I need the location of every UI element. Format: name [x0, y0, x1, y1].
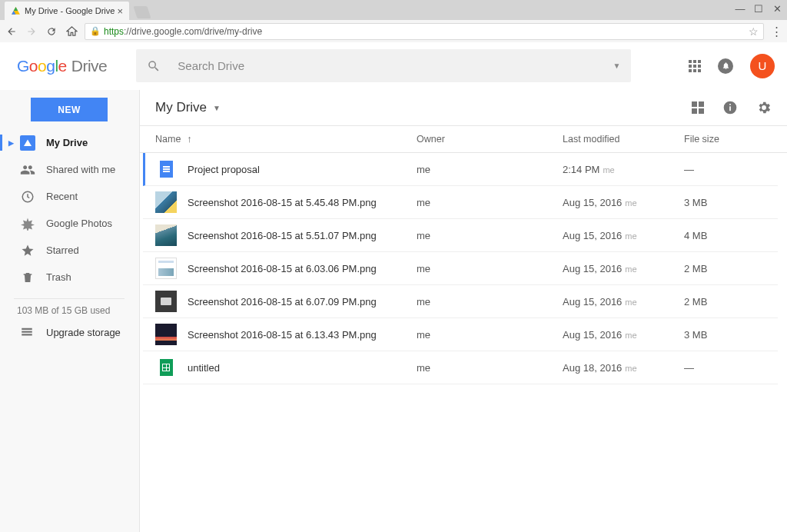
sidebar-item-my-drive[interactable]: ▶ My Drive — [0, 129, 138, 156]
maximize-icon[interactable]: ☐ — [753, 3, 764, 15]
home-button[interactable] — [65, 25, 78, 38]
file-owner: me — [417, 197, 563, 208]
account-avatar[interactable]: U — [750, 54, 775, 78]
sidebar-item-photos[interactable]: Google Photos — [0, 210, 138, 237]
file-owner: me — [417, 362, 563, 374]
new-tab-button[interactable] — [133, 6, 151, 18]
sidebar-label: My Drive — [46, 137, 88, 148]
file-row[interactable]: Screenshot 2016-08-15 at 5.51.07 PM.pngm… — [143, 219, 778, 252]
view-grid-icon[interactable] — [692, 101, 704, 114]
reload-button[interactable] — [45, 25, 58, 38]
file-thumbnail — [155, 357, 177, 378]
breadcrumb-dropdown-icon: ▼ — [213, 104, 221, 112]
star-icon — [20, 244, 35, 258]
expand-icon[interactable]: ▶ — [8, 139, 14, 147]
column-name[interactable]: Name ↑ — [155, 134, 417, 145]
forward-button[interactable] — [25, 25, 38, 38]
file-size: 3 MB — [684, 329, 707, 341]
file-modified: Aug 15, 2016me — [563, 296, 684, 308]
file-row[interactable]: untitledmeAug 18, 2016me— — [143, 351, 778, 384]
file-name: Screenshot 2016-08-15 at 6.07.09 PM.png — [188, 296, 417, 308]
sidebar-label: Google Photos — [46, 218, 112, 229]
file-name: Screenshot 2016-08-15 at 6.13.43 PM.png — [188, 329, 417, 341]
file-modified: Aug 18, 2016me — [563, 362, 684, 374]
file-row[interactable]: Screenshot 2016-08-15 at 6.07.09 PM.pngm… — [143, 285, 778, 318]
file-name: Screenshot 2016-08-15 at 5.45.48 PM.png — [188, 197, 417, 208]
file-owner: me — [417, 263, 563, 274]
file-modified: Aug 15, 2016me — [563, 263, 684, 274]
file-modified: Aug 15, 2016me — [563, 230, 684, 241]
file-size: — — [684, 362, 694, 374]
column-headers: Name ↑ Owner Last modified File size — [140, 126, 787, 153]
google-drive-logo[interactable]: Google Drive — [17, 57, 107, 75]
close-window-icon[interactable]: ✕ — [772, 3, 782, 15]
breadcrumb[interactable]: My Drive ▼ — [155, 100, 221, 115]
photos-icon — [20, 217, 35, 231]
file-modified: Aug 15, 2016me — [563, 329, 684, 341]
file-name: Screenshot 2016-08-15 at 5.51.07 PM.png — [188, 230, 417, 241]
apps-icon[interactable] — [689, 60, 701, 72]
new-button[interactable]: NEW — [31, 98, 108, 121]
file-thumbnail — [155, 291, 177, 312]
url-field[interactable]: 🔒 https://drive.google.com/drive/my-driv… — [85, 23, 764, 40]
sidebar-label: Trash — [46, 271, 71, 283]
notifications-icon[interactable] — [718, 58, 733, 74]
file-row[interactable]: Screenshot 2016-08-15 at 6.13.43 PM.pngm… — [143, 318, 778, 351]
file-name: Project proposal — [188, 164, 417, 175]
file-name: Screenshot 2016-08-15 at 6.03.06 PM.png — [188, 263, 417, 274]
file-thumbnail — [155, 258, 177, 279]
gear-icon[interactable] — [756, 100, 772, 115]
storage-usage-text: 103 MB of 15 GB used — [0, 305, 138, 316]
browser-menu-icon[interactable]: ⋮ — [770, 25, 782, 38]
search-dropdown-icon[interactable]: ▼ — [613, 62, 620, 70]
tab-title: My Drive - Google Drive — [25, 6, 115, 15]
app-header: Google Drive Search Drive ▼ U — [0, 42, 787, 90]
file-thumbnail — [155, 224, 177, 246]
svg-rect-5 — [22, 328, 32, 330]
column-owner[interactable]: Owner — [417, 134, 563, 145]
sidebar-item-shared[interactable]: Shared with me — [0, 156, 138, 183]
info-icon[interactable] — [722, 100, 738, 115]
svg-marker-1 — [14, 7, 18, 11]
file-owner: me — [417, 164, 563, 175]
sidebar-label: Recent — [46, 191, 78, 202]
sidebar-item-recent[interactable]: Recent — [0, 183, 138, 210]
file-row[interactable]: Screenshot 2016-08-15 at 5.45.48 PM.pngm… — [143, 186, 778, 219]
file-size: — — [684, 164, 694, 175]
file-thumbnail — [155, 191, 177, 213]
file-owner: me — [417, 296, 563, 308]
tab-bar: My Drive - Google Drive × — ☐ ✕ — [0, 0, 787, 20]
sidebar-item-trash[interactable]: Trash — [0, 264, 138, 291]
file-list: Project proposalme2:14 PMme—Screenshot 2… — [140, 153, 787, 384]
close-tab-icon[interactable]: × — [117, 6, 123, 16]
search-box[interactable]: Search Drive ▼ — [136, 49, 631, 82]
bookmark-star-icon[interactable]: ☆ — [749, 25, 759, 38]
file-row[interactable]: Screenshot 2016-08-15 at 6.03.06 PM.pngm… — [143, 252, 778, 285]
url-path: ://drive.google.com/drive/my-drive — [124, 26, 262, 37]
file-row[interactable]: Project proposalme2:14 PMme— — [143, 153, 778, 186]
file-size: 2 MB — [684, 263, 707, 274]
main-content: My Drive ▼ Name ↑ Owner Last modified Fi… — [139, 90, 787, 532]
url-protocol: https — [104, 26, 124, 37]
file-size: 2 MB — [684, 296, 707, 308]
column-modified[interactable]: Last modified — [563, 134, 684, 145]
search-placeholder: Search Drive — [178, 59, 244, 72]
file-thumbnail — [155, 324, 177, 345]
logo-drive-text: Drive — [71, 57, 108, 75]
sidebar-item-starred[interactable]: Starred — [0, 237, 138, 264]
upgrade-label: Upgrade storage — [46, 327, 121, 338]
drive-icon — [20, 135, 35, 151]
upgrade-storage-link[interactable]: Upgrade storage — [0, 325, 138, 339]
minimize-icon[interactable]: — — [735, 3, 745, 15]
search-icon — [147, 59, 161, 73]
svg-rect-10 — [729, 104, 731, 105]
browser-tab[interactable]: My Drive - Google Drive × — [5, 2, 129, 20]
back-button[interactable] — [5, 25, 18, 38]
clock-icon — [20, 190, 35, 204]
browser-chrome: My Drive - Google Drive × — ☐ ✕ 🔒 https:… — [0, 0, 787, 42]
storage-icon — [20, 325, 35, 339]
people-icon — [20, 162, 35, 178]
svg-rect-7 — [22, 334, 32, 335]
column-size[interactable]: File size — [684, 134, 719, 145]
file-size: 4 MB — [684, 230, 707, 241]
